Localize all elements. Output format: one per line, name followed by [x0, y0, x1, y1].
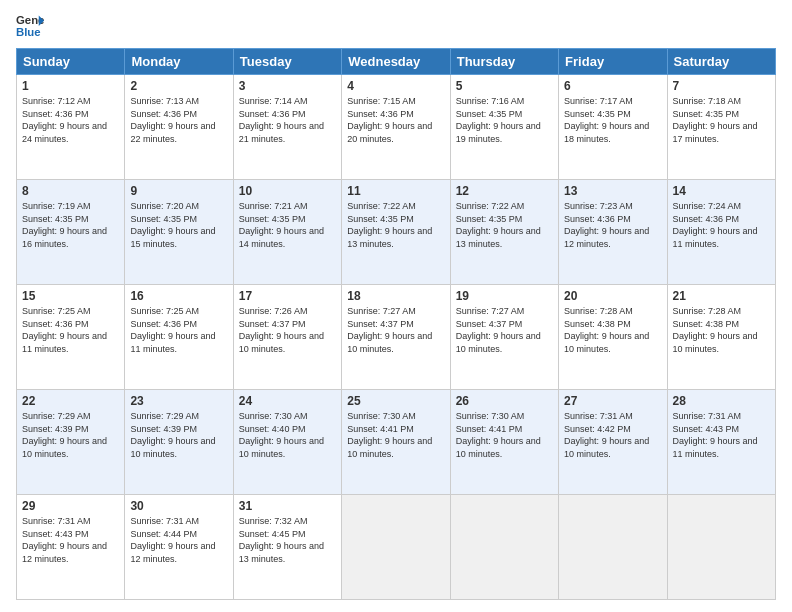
day-number: 31 — [239, 499, 336, 513]
logo: General Blue — [16, 12, 44, 40]
calendar-cell: 10Sunrise: 7:21 AMSunset: 4:35 PMDayligh… — [233, 180, 341, 285]
day-number: 1 — [22, 79, 119, 93]
day-info: Sunrise: 7:32 AMSunset: 4:45 PMDaylight:… — [239, 515, 336, 565]
calendar-week-2: 8Sunrise: 7:19 AMSunset: 4:35 PMDaylight… — [17, 180, 776, 285]
day-info: Sunrise: 7:26 AMSunset: 4:37 PMDaylight:… — [239, 305, 336, 355]
day-number: 16 — [130, 289, 227, 303]
calendar-cell: 14Sunrise: 7:24 AMSunset: 4:36 PMDayligh… — [667, 180, 775, 285]
day-number: 3 — [239, 79, 336, 93]
day-info: Sunrise: 7:29 AMSunset: 4:39 PMDaylight:… — [130, 410, 227, 460]
calendar-cell — [450, 495, 558, 600]
day-number: 19 — [456, 289, 553, 303]
day-info: Sunrise: 7:31 AMSunset: 4:43 PMDaylight:… — [673, 410, 770, 460]
day-number: 27 — [564, 394, 661, 408]
day-info: Sunrise: 7:23 AMSunset: 4:36 PMDaylight:… — [564, 200, 661, 250]
calendar-week-4: 22Sunrise: 7:29 AMSunset: 4:39 PMDayligh… — [17, 390, 776, 495]
calendar-cell: 6Sunrise: 7:17 AMSunset: 4:35 PMDaylight… — [559, 75, 667, 180]
svg-text:Blue: Blue — [16, 26, 41, 38]
day-info: Sunrise: 7:31 AMSunset: 4:42 PMDaylight:… — [564, 410, 661, 460]
calendar-cell: 29Sunrise: 7:31 AMSunset: 4:43 PMDayligh… — [17, 495, 125, 600]
calendar-cell: 18Sunrise: 7:27 AMSunset: 4:37 PMDayligh… — [342, 285, 450, 390]
day-info: Sunrise: 7:22 AMSunset: 4:35 PMDaylight:… — [347, 200, 444, 250]
day-number: 22 — [22, 394, 119, 408]
calendar-cell — [559, 495, 667, 600]
calendar-cell: 12Sunrise: 7:22 AMSunset: 4:35 PMDayligh… — [450, 180, 558, 285]
day-number: 5 — [456, 79, 553, 93]
calendar-cell: 28Sunrise: 7:31 AMSunset: 4:43 PMDayligh… — [667, 390, 775, 495]
day-number: 29 — [22, 499, 119, 513]
day-info: Sunrise: 7:19 AMSunset: 4:35 PMDaylight:… — [22, 200, 119, 250]
calendar-cell: 16Sunrise: 7:25 AMSunset: 4:36 PMDayligh… — [125, 285, 233, 390]
calendar-cell: 31Sunrise: 7:32 AMSunset: 4:45 PMDayligh… — [233, 495, 341, 600]
day-number: 30 — [130, 499, 227, 513]
day-info: Sunrise: 7:20 AMSunset: 4:35 PMDaylight:… — [130, 200, 227, 250]
calendar-week-5: 29Sunrise: 7:31 AMSunset: 4:43 PMDayligh… — [17, 495, 776, 600]
day-number: 8 — [22, 184, 119, 198]
day-info: Sunrise: 7:31 AMSunset: 4:44 PMDaylight:… — [130, 515, 227, 565]
day-info: Sunrise: 7:30 AMSunset: 4:40 PMDaylight:… — [239, 410, 336, 460]
day-number: 14 — [673, 184, 770, 198]
calendar-cell: 7Sunrise: 7:18 AMSunset: 4:35 PMDaylight… — [667, 75, 775, 180]
header: General Blue — [16, 12, 776, 40]
day-number: 28 — [673, 394, 770, 408]
day-number: 25 — [347, 394, 444, 408]
day-number: 9 — [130, 184, 227, 198]
calendar-cell: 22Sunrise: 7:29 AMSunset: 4:39 PMDayligh… — [17, 390, 125, 495]
calendar-cell: 11Sunrise: 7:22 AMSunset: 4:35 PMDayligh… — [342, 180, 450, 285]
day-info: Sunrise: 7:30 AMSunset: 4:41 PMDaylight:… — [347, 410, 444, 460]
day-info: Sunrise: 7:22 AMSunset: 4:35 PMDaylight:… — [456, 200, 553, 250]
weekday-header-tuesday: Tuesday — [233, 49, 341, 75]
day-info: Sunrise: 7:28 AMSunset: 4:38 PMDaylight:… — [673, 305, 770, 355]
calendar-cell: 9Sunrise: 7:20 AMSunset: 4:35 PMDaylight… — [125, 180, 233, 285]
day-number: 4 — [347, 79, 444, 93]
calendar-cell: 5Sunrise: 7:16 AMSunset: 4:35 PMDaylight… — [450, 75, 558, 180]
day-info: Sunrise: 7:25 AMSunset: 4:36 PMDaylight:… — [130, 305, 227, 355]
weekday-header-monday: Monday — [125, 49, 233, 75]
calendar-cell: 13Sunrise: 7:23 AMSunset: 4:36 PMDayligh… — [559, 180, 667, 285]
calendar-week-3: 15Sunrise: 7:25 AMSunset: 4:36 PMDayligh… — [17, 285, 776, 390]
calendar-cell: 24Sunrise: 7:30 AMSunset: 4:40 PMDayligh… — [233, 390, 341, 495]
day-number: 17 — [239, 289, 336, 303]
day-number: 6 — [564, 79, 661, 93]
calendar-cell: 25Sunrise: 7:30 AMSunset: 4:41 PMDayligh… — [342, 390, 450, 495]
weekday-header-row: SundayMondayTuesdayWednesdayThursdayFrid… — [17, 49, 776, 75]
calendar-cell: 21Sunrise: 7:28 AMSunset: 4:38 PMDayligh… — [667, 285, 775, 390]
calendar-table: SundayMondayTuesdayWednesdayThursdayFrid… — [16, 48, 776, 600]
day-number: 21 — [673, 289, 770, 303]
calendar-cell: 27Sunrise: 7:31 AMSunset: 4:42 PMDayligh… — [559, 390, 667, 495]
logo-icon: General Blue — [16, 12, 44, 40]
weekday-header-saturday: Saturday — [667, 49, 775, 75]
calendar-cell: 15Sunrise: 7:25 AMSunset: 4:36 PMDayligh… — [17, 285, 125, 390]
day-number: 11 — [347, 184, 444, 198]
calendar-cell: 26Sunrise: 7:30 AMSunset: 4:41 PMDayligh… — [450, 390, 558, 495]
day-info: Sunrise: 7:30 AMSunset: 4:41 PMDaylight:… — [456, 410, 553, 460]
day-info: Sunrise: 7:17 AMSunset: 4:35 PMDaylight:… — [564, 95, 661, 145]
calendar-cell: 3Sunrise: 7:14 AMSunset: 4:36 PMDaylight… — [233, 75, 341, 180]
day-number: 15 — [22, 289, 119, 303]
day-info: Sunrise: 7:16 AMSunset: 4:35 PMDaylight:… — [456, 95, 553, 145]
calendar-cell — [667, 495, 775, 600]
day-info: Sunrise: 7:18 AMSunset: 4:35 PMDaylight:… — [673, 95, 770, 145]
day-number: 20 — [564, 289, 661, 303]
calendar-cell: 17Sunrise: 7:26 AMSunset: 4:37 PMDayligh… — [233, 285, 341, 390]
calendar-cell: 8Sunrise: 7:19 AMSunset: 4:35 PMDaylight… — [17, 180, 125, 285]
day-number: 12 — [456, 184, 553, 198]
day-number: 13 — [564, 184, 661, 198]
day-number: 26 — [456, 394, 553, 408]
calendar-cell: 30Sunrise: 7:31 AMSunset: 4:44 PMDayligh… — [125, 495, 233, 600]
day-number: 10 — [239, 184, 336, 198]
weekday-header-wednesday: Wednesday — [342, 49, 450, 75]
weekday-header-thursday: Thursday — [450, 49, 558, 75]
day-number: 18 — [347, 289, 444, 303]
day-info: Sunrise: 7:15 AMSunset: 4:36 PMDaylight:… — [347, 95, 444, 145]
calendar-cell: 2Sunrise: 7:13 AMSunset: 4:36 PMDaylight… — [125, 75, 233, 180]
day-info: Sunrise: 7:28 AMSunset: 4:38 PMDaylight:… — [564, 305, 661, 355]
day-info: Sunrise: 7:27 AMSunset: 4:37 PMDaylight:… — [347, 305, 444, 355]
day-number: 7 — [673, 79, 770, 93]
calendar-cell: 19Sunrise: 7:27 AMSunset: 4:37 PMDayligh… — [450, 285, 558, 390]
day-number: 2 — [130, 79, 227, 93]
day-info: Sunrise: 7:14 AMSunset: 4:36 PMDaylight:… — [239, 95, 336, 145]
day-info: Sunrise: 7:27 AMSunset: 4:37 PMDaylight:… — [456, 305, 553, 355]
calendar-week-1: 1Sunrise: 7:12 AMSunset: 4:36 PMDaylight… — [17, 75, 776, 180]
day-info: Sunrise: 7:13 AMSunset: 4:36 PMDaylight:… — [130, 95, 227, 145]
